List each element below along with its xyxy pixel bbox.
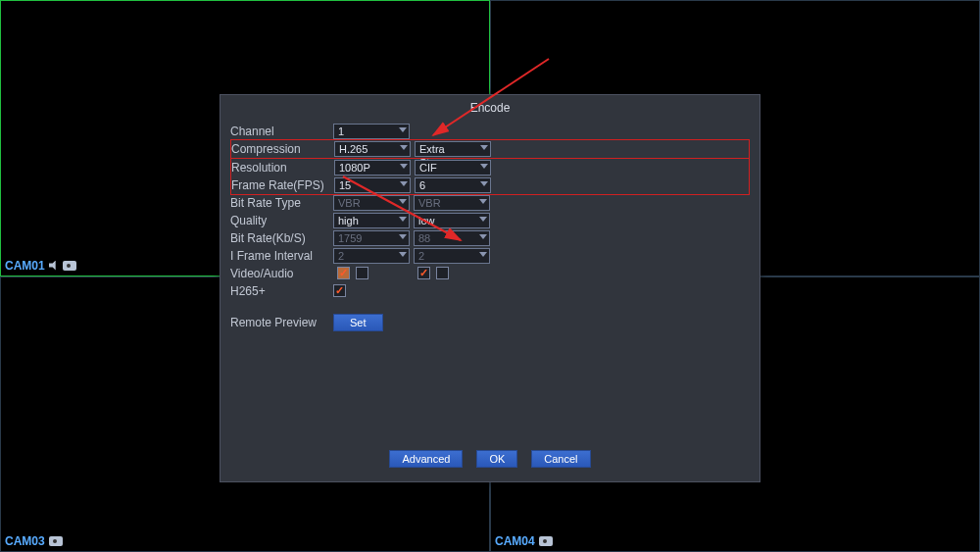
label-videoaudio: Video/Audio bbox=[230, 267, 333, 280]
camera-label-3: CAM03 bbox=[5, 534, 63, 548]
chevron-down-icon bbox=[479, 252, 487, 257]
select-channel-value: 1 bbox=[338, 125, 344, 137]
row-h265p: H265+ bbox=[230, 282, 750, 299]
encode-form: Channel 1 Compression H.265 Extra Stream bbox=[220, 123, 760, 330]
row-resolution: Resolution 1080P CIF bbox=[231, 159, 749, 176]
advanced-button[interactable]: Advanced bbox=[389, 450, 463, 468]
label-framerate: Frame Rate(FPS) bbox=[231, 178, 334, 192]
select-bitrate-main: 1759 bbox=[333, 230, 410, 246]
record-icon bbox=[63, 261, 76, 271]
label-h265p: H265+ bbox=[230, 284, 333, 298]
select-bitrate-extra: 88 bbox=[414, 230, 490, 246]
checkbox-video-extra[interactable] bbox=[417, 267, 430, 279]
select-iframe-main: 2 bbox=[333, 248, 410, 264]
chevron-down-icon bbox=[399, 234, 407, 239]
select-bitratetype-extra-value: VBR bbox=[418, 197, 441, 209]
chevron-down-icon bbox=[400, 181, 408, 186]
select-quality-main-value: high bbox=[338, 215, 359, 226]
select-bitratetype-main: VBR bbox=[333, 195, 410, 211]
label-bitratetype: Bit Rate Type bbox=[230, 196, 333, 210]
select-resolution-main-value: 1080P bbox=[339, 162, 370, 174]
highlight-compression: Compression H.265 Extra Stream bbox=[230, 139, 750, 159]
cancel-button[interactable]: Cancel bbox=[531, 450, 590, 468]
select-framerate-main[interactable]: 15 bbox=[334, 177, 411, 193]
select-quality-extra-value: low bbox=[418, 215, 435, 226]
checkbox-video-main[interactable] bbox=[337, 267, 350, 279]
checkbox-audio-extra[interactable] bbox=[436, 267, 449, 279]
chevron-down-icon bbox=[399, 217, 407, 222]
speaker-icon bbox=[49, 261, 59, 271]
row-iframe: I Frame Interval 2 2 bbox=[230, 247, 750, 264]
highlight-res-fps: Resolution 1080P CIF Frame Rate(FPS) 15 … bbox=[230, 158, 750, 195]
camera-name-3: CAM03 bbox=[5, 534, 45, 548]
select-compression-main[interactable]: H.265 bbox=[334, 141, 411, 157]
camera-name-1: CAM01 bbox=[5, 259, 45, 273]
checkbox-h265p[interactable] bbox=[333, 284, 346, 297]
row-bitrate: Bit Rate(Kb/S) 1759 88 bbox=[230, 229, 750, 246]
select-bitratetype-main-value: VBR bbox=[338, 197, 361, 209]
chevron-down-icon bbox=[480, 164, 488, 169]
dialog-footer: Advanced OK Cancel bbox=[220, 450, 760, 468]
select-resolution-extra-value: CIF bbox=[419, 162, 437, 174]
record-icon bbox=[49, 536, 63, 546]
label-compression: Compression bbox=[231, 142, 334, 156]
row-quality: Quality high low bbox=[230, 212, 750, 228]
set-button[interactable]: Set bbox=[333, 314, 383, 331]
dialog-title: Encode bbox=[220, 95, 760, 123]
label-iframe: I Frame Interval bbox=[230, 249, 333, 263]
select-channel[interactable]: 1 bbox=[333, 124, 410, 139]
camera-name-4: CAM04 bbox=[495, 534, 535, 548]
select-bitratetype-extra: VBR bbox=[414, 195, 490, 211]
chevron-down-icon bbox=[479, 199, 487, 204]
label-quality: Quality bbox=[230, 214, 333, 227]
camera-label-4: CAM04 bbox=[495, 534, 553, 548]
camera-label-1: CAM01 bbox=[5, 259, 76, 273]
chevron-down-icon bbox=[400, 164, 408, 169]
label-remotepreview: Remote Preview bbox=[230, 316, 333, 329]
chevron-down-icon bbox=[399, 252, 407, 257]
label-channel: Channel bbox=[230, 125, 333, 138]
select-iframe-main-value: 2 bbox=[338, 250, 344, 262]
row-compression: Compression H.265 Extra Stream bbox=[231, 140, 749, 157]
record-icon bbox=[539, 536, 553, 546]
ok-button[interactable]: OK bbox=[476, 450, 517, 468]
label-bitrate: Bit Rate(Kb/S) bbox=[230, 231, 333, 245]
chevron-down-icon bbox=[479, 234, 487, 239]
select-bitrate-extra-value: 88 bbox=[418, 232, 430, 244]
row-framerate: Frame Rate(FPS) 15 6 bbox=[231, 176, 749, 193]
row-videoaudio: Video/Audio bbox=[230, 265, 750, 281]
checkbox-audio-main[interactable] bbox=[356, 267, 368, 279]
row-bitratetype: Bit Rate Type VBR VBR bbox=[230, 194, 750, 211]
chevron-down-icon bbox=[480, 181, 488, 186]
select-framerate-extra-value: 6 bbox=[419, 179, 425, 191]
select-compression-main-value: H.265 bbox=[339, 143, 368, 155]
chevron-down-icon bbox=[400, 145, 408, 150]
chevron-down-icon bbox=[480, 145, 488, 150]
select-resolution-extra[interactable]: CIF bbox=[415, 160, 491, 176]
select-iframe-extra: 2 bbox=[414, 248, 490, 264]
select-resolution-main[interactable]: 1080P bbox=[334, 160, 411, 176]
chevron-down-icon bbox=[399, 127, 407, 132]
chevron-down-icon bbox=[479, 217, 487, 222]
select-quality-extra[interactable]: low bbox=[414, 213, 490, 228]
select-iframe-extra-value: 2 bbox=[418, 250, 424, 262]
chevron-down-icon bbox=[399, 199, 407, 204]
label-resolution: Resolution bbox=[231, 161, 334, 175]
select-framerate-main-value: 15 bbox=[339, 179, 351, 191]
row-remotepreview: Remote Preview Set bbox=[230, 314, 750, 330]
select-bitrate-main-value: 1759 bbox=[338, 232, 362, 244]
row-channel: Channel 1 bbox=[230, 123, 750, 139]
encode-dialog: Encode Channel 1 Compression H.265 Extra… bbox=[220, 94, 760, 482]
select-framerate-extra[interactable]: 6 bbox=[415, 177, 491, 193]
select-stream-extra[interactable]: Extra Stream bbox=[415, 141, 491, 157]
select-quality-main[interactable]: high bbox=[333, 213, 410, 228]
